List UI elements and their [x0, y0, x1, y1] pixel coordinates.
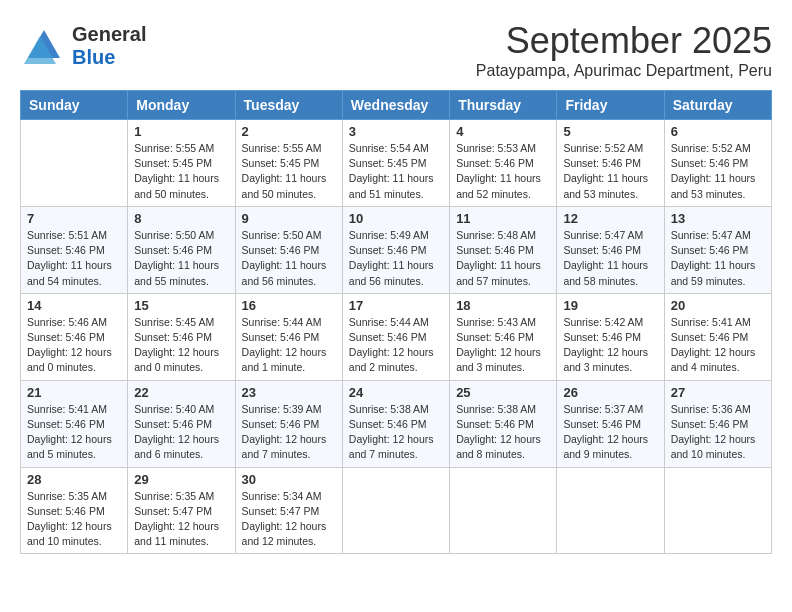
day-number: 2 [242, 124, 336, 139]
calendar-cell: 28Sunrise: 5:35 AM Sunset: 5:46 PM Dayli… [21, 467, 128, 554]
calendar-cell: 17Sunrise: 5:44 AM Sunset: 5:46 PM Dayli… [342, 293, 449, 380]
calendar-cell [342, 467, 449, 554]
day-info: Sunrise: 5:38 AM Sunset: 5:46 PM Dayligh… [349, 402, 443, 463]
day-number: 19 [563, 298, 657, 313]
calendar-header-friday: Friday [557, 91, 664, 120]
day-info: Sunrise: 5:47 AM Sunset: 5:46 PM Dayligh… [671, 228, 765, 289]
calendar-week-row: 14Sunrise: 5:46 AM Sunset: 5:46 PM Dayli… [21, 293, 772, 380]
calendar-cell: 23Sunrise: 5:39 AM Sunset: 5:46 PM Dayli… [235, 380, 342, 467]
day-info: Sunrise: 5:49 AM Sunset: 5:46 PM Dayligh… [349, 228, 443, 289]
day-number: 9 [242, 211, 336, 226]
calendar-cell: 8Sunrise: 5:50 AM Sunset: 5:46 PM Daylig… [128, 206, 235, 293]
calendar-cell: 21Sunrise: 5:41 AM Sunset: 5:46 PM Dayli… [21, 380, 128, 467]
calendar-cell: 6Sunrise: 5:52 AM Sunset: 5:46 PM Daylig… [664, 120, 771, 207]
day-info: Sunrise: 5:52 AM Sunset: 5:46 PM Dayligh… [671, 141, 765, 202]
logo-general-text: General [72, 23, 146, 46]
calendar-cell: 30Sunrise: 5:34 AM Sunset: 5:47 PM Dayli… [235, 467, 342, 554]
day-number: 10 [349, 211, 443, 226]
calendar-cell: 2Sunrise: 5:55 AM Sunset: 5:45 PM Daylig… [235, 120, 342, 207]
day-number: 26 [563, 385, 657, 400]
day-info: Sunrise: 5:50 AM Sunset: 5:46 PM Dayligh… [134, 228, 228, 289]
day-info: Sunrise: 5:53 AM Sunset: 5:46 PM Dayligh… [456, 141, 550, 202]
calendar-cell: 5Sunrise: 5:52 AM Sunset: 5:46 PM Daylig… [557, 120, 664, 207]
day-number: 11 [456, 211, 550, 226]
calendar-cell: 15Sunrise: 5:45 AM Sunset: 5:46 PM Dayli… [128, 293, 235, 380]
day-info: Sunrise: 5:39 AM Sunset: 5:46 PM Dayligh… [242, 402, 336, 463]
page-header: General Blue September 2025 Pataypampa, … [20, 20, 772, 80]
calendar-body: 1Sunrise: 5:55 AM Sunset: 5:45 PM Daylig… [21, 120, 772, 554]
day-info: Sunrise: 5:44 AM Sunset: 5:46 PM Dayligh… [242, 315, 336, 376]
calendar-table: SundayMondayTuesdayWednesdayThursdayFrid… [20, 90, 772, 554]
calendar-week-row: 1Sunrise: 5:55 AM Sunset: 5:45 PM Daylig… [21, 120, 772, 207]
day-info: Sunrise: 5:54 AM Sunset: 5:45 PM Dayligh… [349, 141, 443, 202]
calendar-header-row: SundayMondayTuesdayWednesdayThursdayFrid… [21, 91, 772, 120]
calendar-cell: 13Sunrise: 5:47 AM Sunset: 5:46 PM Dayli… [664, 206, 771, 293]
day-number: 30 [242, 472, 336, 487]
calendar-cell: 16Sunrise: 5:44 AM Sunset: 5:46 PM Dayli… [235, 293, 342, 380]
calendar-cell: 22Sunrise: 5:40 AM Sunset: 5:46 PM Dayli… [128, 380, 235, 467]
calendar-cell: 11Sunrise: 5:48 AM Sunset: 5:46 PM Dayli… [450, 206, 557, 293]
day-info: Sunrise: 5:41 AM Sunset: 5:46 PM Dayligh… [671, 315, 765, 376]
day-number: 20 [671, 298, 765, 313]
location-subtitle: Pataypampa, Apurimac Department, Peru [476, 62, 772, 80]
day-number: 8 [134, 211, 228, 226]
day-info: Sunrise: 5:37 AM Sunset: 5:46 PM Dayligh… [563, 402, 657, 463]
calendar-week-row: 28Sunrise: 5:35 AM Sunset: 5:46 PM Dayli… [21, 467, 772, 554]
calendar-cell [557, 467, 664, 554]
day-info: Sunrise: 5:50 AM Sunset: 5:46 PM Dayligh… [242, 228, 336, 289]
month-title: September 2025 [476, 20, 772, 62]
title-area: September 2025 Pataypampa, Apurimac Depa… [476, 20, 772, 80]
calendar-header-tuesday: Tuesday [235, 91, 342, 120]
logo: General Blue [20, 20, 146, 72]
calendar-header-wednesday: Wednesday [342, 91, 449, 120]
day-number: 28 [27, 472, 121, 487]
calendar-cell: 7Sunrise: 5:51 AM Sunset: 5:46 PM Daylig… [21, 206, 128, 293]
calendar-header-sunday: Sunday [21, 91, 128, 120]
day-info: Sunrise: 5:44 AM Sunset: 5:46 PM Dayligh… [349, 315, 443, 376]
day-number: 23 [242, 385, 336, 400]
day-info: Sunrise: 5:47 AM Sunset: 5:46 PM Dayligh… [563, 228, 657, 289]
calendar-cell: 24Sunrise: 5:38 AM Sunset: 5:46 PM Dayli… [342, 380, 449, 467]
logo-blue-text: Blue [72, 46, 115, 69]
calendar-cell [450, 467, 557, 554]
day-number: 7 [27, 211, 121, 226]
day-number: 6 [671, 124, 765, 139]
calendar-cell: 18Sunrise: 5:43 AM Sunset: 5:46 PM Dayli… [450, 293, 557, 380]
day-number: 1 [134, 124, 228, 139]
day-info: Sunrise: 5:55 AM Sunset: 5:45 PM Dayligh… [242, 141, 336, 202]
calendar-cell: 1Sunrise: 5:55 AM Sunset: 5:45 PM Daylig… [128, 120, 235, 207]
day-number: 16 [242, 298, 336, 313]
day-info: Sunrise: 5:45 AM Sunset: 5:46 PM Dayligh… [134, 315, 228, 376]
day-info: Sunrise: 5:48 AM Sunset: 5:46 PM Dayligh… [456, 228, 550, 289]
day-info: Sunrise: 5:38 AM Sunset: 5:46 PM Dayligh… [456, 402, 550, 463]
calendar-cell: 27Sunrise: 5:36 AM Sunset: 5:46 PM Dayli… [664, 380, 771, 467]
day-info: Sunrise: 5:35 AM Sunset: 5:46 PM Dayligh… [27, 489, 121, 550]
calendar-cell: 20Sunrise: 5:41 AM Sunset: 5:46 PM Dayli… [664, 293, 771, 380]
calendar-cell: 29Sunrise: 5:35 AM Sunset: 5:47 PM Dayli… [128, 467, 235, 554]
day-number: 14 [27, 298, 121, 313]
calendar-cell: 26Sunrise: 5:37 AM Sunset: 5:46 PM Dayli… [557, 380, 664, 467]
calendar-cell: 10Sunrise: 5:49 AM Sunset: 5:46 PM Dayli… [342, 206, 449, 293]
day-number: 15 [134, 298, 228, 313]
calendar-week-row: 7Sunrise: 5:51 AM Sunset: 5:46 PM Daylig… [21, 206, 772, 293]
day-number: 12 [563, 211, 657, 226]
day-number: 27 [671, 385, 765, 400]
day-number: 5 [563, 124, 657, 139]
calendar-cell [664, 467, 771, 554]
calendar-cell: 25Sunrise: 5:38 AM Sunset: 5:46 PM Dayli… [450, 380, 557, 467]
day-number: 13 [671, 211, 765, 226]
calendar-cell: 19Sunrise: 5:42 AM Sunset: 5:46 PM Dayli… [557, 293, 664, 380]
logo-text: General Blue [72, 23, 146, 69]
day-info: Sunrise: 5:34 AM Sunset: 5:47 PM Dayligh… [242, 489, 336, 550]
day-info: Sunrise: 5:36 AM Sunset: 5:46 PM Dayligh… [671, 402, 765, 463]
calendar-header-saturday: Saturday [664, 91, 771, 120]
day-info: Sunrise: 5:42 AM Sunset: 5:46 PM Dayligh… [563, 315, 657, 376]
day-number: 17 [349, 298, 443, 313]
calendar-cell [21, 120, 128, 207]
day-number: 3 [349, 124, 443, 139]
calendar-cell: 3Sunrise: 5:54 AM Sunset: 5:45 PM Daylig… [342, 120, 449, 207]
calendar-week-row: 21Sunrise: 5:41 AM Sunset: 5:46 PM Dayli… [21, 380, 772, 467]
day-number: 21 [27, 385, 121, 400]
day-info: Sunrise: 5:43 AM Sunset: 5:46 PM Dayligh… [456, 315, 550, 376]
day-info: Sunrise: 5:41 AM Sunset: 5:46 PM Dayligh… [27, 402, 121, 463]
